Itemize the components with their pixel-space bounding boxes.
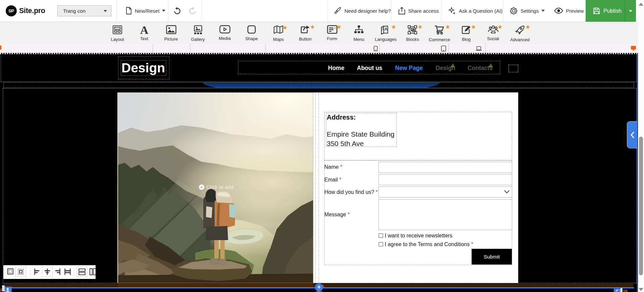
svg-text:A: A	[385, 27, 388, 31]
